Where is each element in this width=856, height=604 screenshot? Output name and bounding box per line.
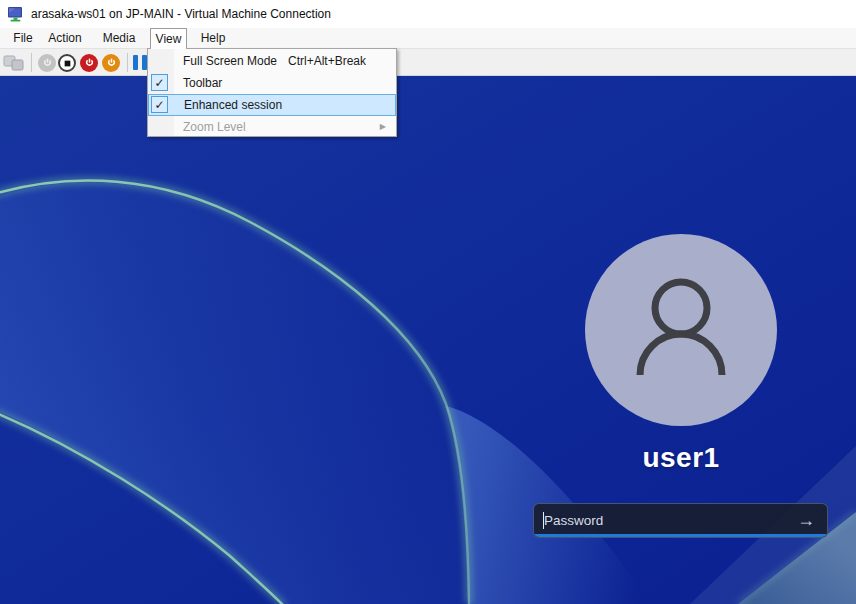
password-accent-underline [534, 534, 827, 537]
person-icon [585, 234, 777, 426]
ctrl-alt-del-icon[interactable] [3, 55, 27, 71]
shut-down-vm-icon[interactable] [80, 54, 98, 72]
password-input[interactable] [544, 506, 774, 535]
menu-action[interactable]: Action [40, 28, 90, 48]
menu-help[interactable]: Help [193, 28, 233, 48]
pause-vm-icon[interactable] [133, 55, 148, 70]
submenu-arrow-icon: ▶ [380, 122, 386, 131]
checkmark-icon: ✓ [151, 96, 168, 113]
save-vm-icon[interactable] [102, 54, 120, 72]
menu-media[interactable]: Media [94, 28, 144, 48]
menu-item-full-screen-mode[interactable]: Full Screen Mode Ctrl+Alt+Break [148, 50, 396, 72]
menu-item-enhanced-session[interactable]: ✓ Enhanced session [148, 94, 396, 116]
window-title: arasaka-ws01 on JP-MAIN - Virtual Machin… [31, 7, 331, 21]
vm-display[interactable]: user1 → [0, 76, 856, 604]
arrow-right-icon: → [797, 510, 815, 531]
password-field[interactable]: → [533, 503, 828, 538]
toolbar-separator [127, 53, 128, 72]
start-vm-icon[interactable] [38, 54, 56, 72]
username-label: user1 [535, 442, 827, 476]
view-menu-dropdown: Full Screen Mode Ctrl+Alt+Break ✓ Toolba… [147, 48, 397, 137]
menu-view[interactable]: View [150, 28, 187, 48]
menu-item-zoom-level[interactable]: Zoom Level ▶ [148, 116, 396, 138]
menu-item-toolbar[interactable]: ✓ Toolbar [148, 72, 396, 94]
user-avatar[interactable] [585, 234, 777, 426]
turn-off-vm-icon[interactable] [58, 54, 76, 72]
menu-bar: File Action Media View Help [0, 28, 856, 48]
hyperv-vm-monitor-icon [7, 6, 24, 22]
submit-password-button[interactable]: → [791, 504, 821, 537]
menu-file[interactable]: File [6, 28, 40, 48]
toolbar [0, 48, 856, 76]
toolbar-separator [31, 53, 32, 72]
checkmark-icon: ✓ [151, 74, 168, 91]
shortcut-label: Ctrl+Alt+Break [288, 54, 366, 68]
text-caret [543, 512, 544, 529]
vmconnect-window: arasaka-ws01 on JP-MAIN - Virtual Machin… [0, 0, 856, 604]
title-bar: arasaka-ws01 on JP-MAIN - Virtual Machin… [0, 0, 856, 28]
